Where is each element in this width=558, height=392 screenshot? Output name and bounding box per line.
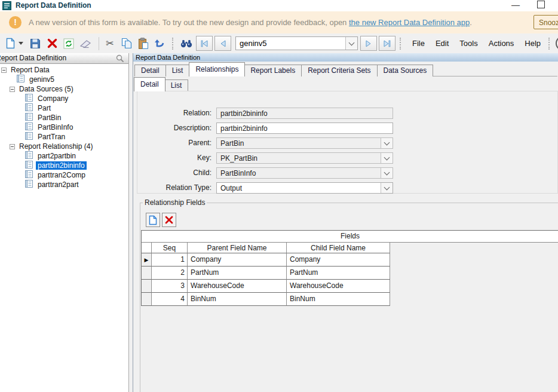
grid-cell[interactable]: WarehouseCode (287, 280, 390, 293)
refresh-icon[interactable] (62, 36, 76, 51)
grid-row[interactable]: 3WarehouseCodeWarehouseCode (142, 280, 558, 293)
copy-icon[interactable] (119, 36, 134, 51)
menu-help[interactable]: Help (519, 39, 546, 48)
tree-item-report-data[interactable]: Report Data (0, 65, 128, 75)
toolbar-grip (172, 38, 175, 50)
new-dropdown-arrow[interactable] (19, 42, 23, 45)
paste-icon[interactable] (136, 36, 151, 51)
grid-cell[interactable]: PartNum (287, 267, 390, 280)
dropdown-button[interactable] (381, 183, 393, 193)
grid-row[interactable]: 4BinNumBinNum (142, 293, 558, 306)
field-label-description: Description: (137, 124, 211, 132)
record-combobox[interactable] (235, 36, 358, 50)
chevron-down-icon (384, 154, 390, 160)
delete-row-icon (165, 216, 173, 224)
expander-minus-icon[interactable] (1, 68, 7, 73)
tab-relationships[interactable]: Relationships (189, 62, 245, 76)
tab-report-criteria-sets[interactable]: Report Criteria Sets (302, 65, 377, 76)
tree-item-report-relationship-4[interactable]: Report Relationship (4) (0, 142, 128, 151)
grid-cell[interactable]: 2 (152, 267, 188, 280)
maximize-button[interactable] (532, 0, 550, 10)
new-icon[interactable] (3, 36, 17, 51)
find-binoculars-icon[interactable] (179, 36, 194, 51)
tree-item-part[interactable]: Part (0, 103, 128, 113)
tree-item-part2partbin[interactable]: part2partbin (0, 151, 128, 161)
tree-item-parttran2comp[interactable]: parttran2Comp (0, 170, 128, 180)
tab-list[interactable]: List (166, 65, 190, 76)
tree-item-partbin[interactable]: PartBin (0, 113, 128, 122)
tree-item-label: PartBinInfo (36, 123, 75, 131)
main-panel: Report Data Definition DetailListRelatio… (133, 53, 558, 392)
grid-cell[interactable]: 3 (152, 280, 188, 293)
grid-cell[interactable]: BinNum (287, 293, 390, 306)
grid-row[interactable]: ▶1CompanyCompany (142, 253, 558, 267)
grid-column-header-child-field-name[interactable]: Child Field Name (287, 243, 390, 253)
nav-last-button[interactable] (379, 36, 395, 51)
menu-actions[interactable]: Actions (483, 39, 520, 48)
snooze-button[interactable]: Snooze (534, 15, 558, 29)
combobox-child: PartBinInfo (216, 167, 393, 179)
tab-data-sources[interactable]: Data Sources (378, 65, 434, 76)
grid-cell[interactable]: Company (287, 253, 390, 267)
expander-minus-icon[interactable] (10, 87, 15, 92)
subtab-detail[interactable]: Detail (134, 77, 165, 91)
field-key: PK_PartBin (216, 152, 393, 164)
main-panel-header: Report Data Definition (133, 53, 558, 62)
tree-item-company[interactable]: Company (0, 94, 128, 103)
nav-next-button[interactable] (360, 36, 377, 51)
grid-column-header-seq[interactable]: Seq (152, 243, 188, 253)
cut-icon[interactable]: ✂ (103, 36, 117, 51)
row-selector[interactable] (142, 293, 152, 306)
grid-cell[interactable]: BinNum (188, 293, 287, 306)
banner-text: A new version of this form is available.… (29, 18, 349, 27)
grid-cell[interactable]: 4 (152, 293, 188, 306)
nav-prev-button[interactable] (214, 36, 231, 51)
tree-item-partbininfo[interactable]: PartBinInfo (0, 122, 128, 132)
grid-cell[interactable]: Company (188, 253, 287, 267)
row-selector[interactable] (142, 267, 152, 280)
fields-band-header: Fields (142, 231, 558, 243)
grid-cell[interactable]: PartNum (188, 267, 287, 280)
record-input[interactable] (236, 38, 345, 48)
clear-eraser-icon[interactable] (78, 36, 93, 51)
textbox-description[interactable]: partbin2bininfo (216, 122, 393, 134)
new-app-link[interactable]: the new Report Data Definition app (349, 18, 470, 27)
save-icon[interactable] (28, 36, 42, 51)
delete-icon[interactable] (45, 36, 59, 51)
tree-item-data-sources-5[interactable]: Data Sources (5) (0, 84, 128, 94)
tree-item-geninv5[interactable]: geninv5 (0, 75, 128, 84)
document-icon (25, 122, 33, 132)
tab-report-labels[interactable]: Report Labels (244, 65, 302, 76)
menu-tools[interactable]: Tools (454, 39, 483, 48)
search-icon[interactable] (116, 54, 124, 62)
tree-item-parttran2part[interactable]: parttran2part (0, 180, 128, 189)
tab-detail[interactable]: Detail (134, 65, 166, 76)
subtab-list[interactable]: List (165, 79, 189, 91)
row-selector[interactable] (142, 280, 152, 293)
record-dropdown-button[interactable] (345, 37, 357, 50)
grid-row[interactable]: 2PartNumPartNum (142, 267, 558, 280)
minimize-button[interactable]: — (507, 0, 525, 10)
expander-minus-icon[interactable] (10, 144, 15, 149)
grid-cell[interactable]: 1 (152, 253, 188, 267)
dropdown-button (381, 153, 393, 163)
combobox-key: PK_PartBin (216, 152, 393, 164)
menu-edit[interactable]: Edit (430, 39, 454, 48)
menu-file[interactable]: File (407, 39, 430, 48)
grid-cell[interactable]: WarehouseCode (188, 280, 287, 293)
undo-icon[interactable] (153, 36, 167, 51)
chevron-down-icon (384, 139, 390, 145)
add-field-button[interactable] (146, 213, 160, 227)
back-button[interactable]: ← (556, 36, 558, 51)
new-row-icon (149, 215, 157, 225)
current-row-arrow-icon: ▶ (145, 257, 149, 263)
combobox-relation-type[interactable]: Output (216, 182, 393, 194)
tree-item-label: geninv5 (27, 75, 56, 84)
grid-column-header-parent-field-name[interactable]: Parent Field Name (188, 243, 287, 253)
nav-first-button[interactable] (196, 36, 213, 51)
row-selector[interactable]: ▶ (142, 253, 152, 267)
tree-item-label: parttran2Comp (36, 171, 87, 179)
delete-field-button[interactable] (162, 213, 176, 227)
tree-item-partbin2bininfo[interactable]: partbin2bininfo (0, 161, 128, 170)
tree-item-parttran[interactable]: PartTran (0, 132, 128, 142)
